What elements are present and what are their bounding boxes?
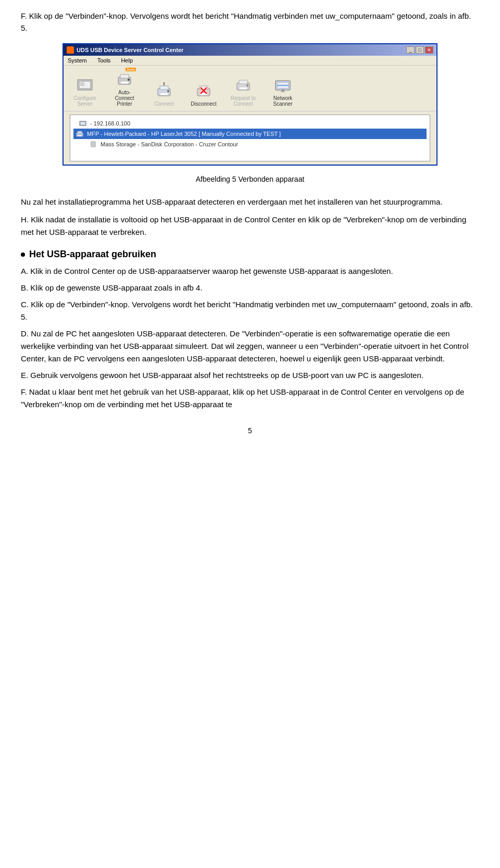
- minimize-button[interactable]: _: [406, 46, 415, 54]
- top-paragraph: F. Klik op de "Verbinden"-knop. Vervolge…: [21, 10, 479, 34]
- svg-rect-4: [120, 74, 129, 78]
- svg-point-10: [167, 90, 169, 92]
- auto-connect-label: Auto-ConnectPrinter: [109, 90, 140, 107]
- device-ip-row[interactable]: - 192.168.0.100: [73, 118, 427, 129]
- svg-rect-8: [160, 86, 168, 90]
- svg-rect-32: [92, 143, 94, 145]
- auto-badge: Auto: [126, 68, 136, 71]
- mfp-device-label: MFP - Hewlett-Packard - HP LaserJet 3052…: [87, 131, 281, 137]
- list-container: A. Klik in de Control Center op de USB-a…: [21, 265, 479, 411]
- auto-connect-printer-button[interactable]: Auto Auto-ConnectPrinter: [106, 68, 143, 109]
- dialog-title: UDS USB Device Server Control Center: [67, 46, 183, 54]
- svg-point-20: [246, 84, 248, 86]
- network-scanner-icon: [273, 76, 292, 94]
- request-to-connect-button[interactable]: Request toConnect: [225, 73, 261, 109]
- window-controls[interactable]: _ □ ✕: [406, 46, 433, 54]
- network-scanner-button[interactable]: NetworkScanner: [265, 73, 301, 109]
- disconnect-label: Disconnect: [191, 101, 216, 107]
- toolbar: ConfigureServer Auto Auto-ConnectPrinter: [64, 66, 436, 111]
- dialog-titlebar: UDS USB Device Server Control Center _ □…: [64, 44, 436, 56]
- connect-button[interactable]: Connect: [146, 79, 182, 109]
- menu-bar: System Tools Help: [64, 56, 436, 66]
- configure-server-button[interactable]: ConfigureServer: [67, 73, 103, 109]
- configure-server-icon: [76, 76, 94, 94]
- close-button[interactable]: ✕: [425, 46, 433, 54]
- svg-rect-19: [239, 87, 247, 90]
- svg-rect-18: [239, 80, 247, 84]
- request-to-connect-label: Request toConnect: [231, 95, 256, 107]
- list-item: A. Klik in de Control Center op de USB-a…: [21, 265, 479, 278]
- usb-icon: [89, 140, 97, 148]
- disconnect-icon: [194, 81, 213, 100]
- auto-connect-printer-icon: Auto: [115, 70, 134, 89]
- svg-rect-9: [160, 93, 168, 95]
- request-to-connect-icon: [234, 76, 253, 94]
- server-icon: [79, 119, 87, 128]
- svg-rect-30: [78, 135, 82, 136]
- app-icon: [67, 46, 74, 54]
- list-item: D. Nu zal de PC het aangesloten USB-appa…: [21, 328, 479, 365]
- ip-address: - 192.168.0.100: [90, 120, 130, 127]
- svg-rect-5: [120, 81, 129, 84]
- page-number: 5: [21, 426, 479, 435]
- svg-rect-27: [81, 122, 85, 124]
- mfp-device-row[interactable]: MFP - Hewlett-Packard - HP LaserJet 3052…: [73, 129, 427, 139]
- bullet-icon: [21, 253, 25, 257]
- dialog-window: UDS USB Device Server Control Center _ □…: [63, 43, 438, 166]
- device-list-container: - 192.168.0.100 MFP - Hewlett-Packard - …: [67, 115, 433, 161]
- svg-rect-25: [281, 91, 285, 92]
- disconnect-button[interactable]: Disconnect: [185, 79, 222, 109]
- svg-point-6: [128, 79, 130, 81]
- mass-storage-row[interactable]: Mass Storage - SanDisk Corporation - Cru…: [73, 139, 427, 149]
- list-item: B. Klik op de gewenste USB-apparaat zoal…: [21, 282, 479, 294]
- connect-icon: [155, 81, 173, 100]
- network-scanner-label: NetworkScanner: [273, 95, 292, 107]
- list-item: F. Nadat u klaar bent met het gebruik va…: [21, 386, 479, 411]
- section-heading-text: Het USB-apparaat gebruiken: [29, 249, 156, 260]
- menu-help[interactable]: Help: [119, 57, 135, 64]
- svg-point-24: [282, 89, 284, 91]
- maximize-button[interactable]: □: [416, 46, 424, 54]
- dialog-title-text: UDS USB Device Server Control Center: [77, 47, 183, 53]
- mass-storage-label: Mass Storage - SanDisk Corporation - Cru…: [101, 141, 238, 147]
- list-item: E. Gebruik vervolgens gewoon het USB-app…: [21, 369, 479, 382]
- paragraph-g: Nu zal het installatieprogramma het USB-…: [21, 196, 479, 208]
- paragraph-h: H. Klik nadat de installatie is voltooid…: [21, 213, 479, 238]
- configure-server-label: ConfigureServer: [73, 95, 96, 107]
- list-item: C. Klik op de "Verbinden"-knop. Vervolge…: [21, 298, 479, 323]
- printer-icon: [76, 130, 84, 138]
- svg-rect-29: [78, 131, 82, 133]
- menu-system[interactable]: System: [66, 57, 89, 64]
- figure-caption: Afbeelding 5 Verbonden apparaat: [21, 175, 479, 183]
- section-heading: Het USB-apparaat gebruiken: [21, 249, 479, 260]
- menu-tools[interactable]: Tools: [95, 57, 113, 64]
- svg-rect-2: [81, 83, 84, 85]
- connect-label: Connect: [154, 101, 173, 107]
- device-list: - 192.168.0.100 MFP - Hewlett-Packard - …: [70, 115, 430, 161]
